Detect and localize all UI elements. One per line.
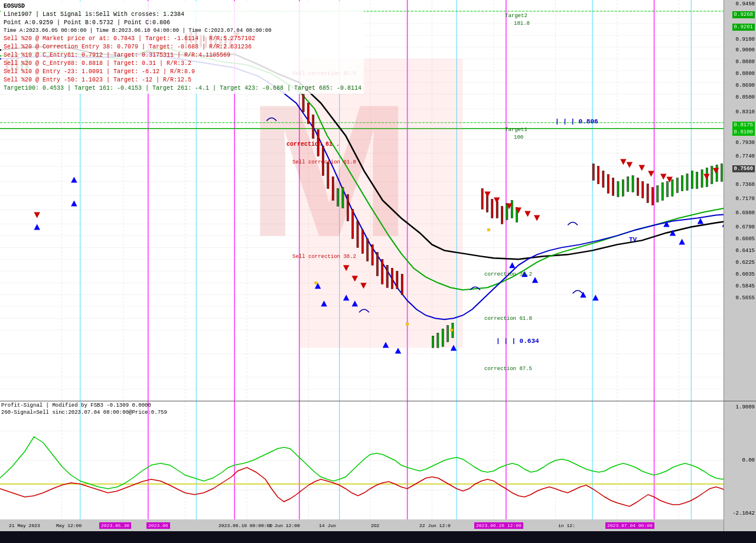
svg-rect-129: [691, 171, 693, 189]
time-label-in12: in 12:: [558, 523, 575, 528]
time-label-0530: 2023.05.30: [99, 522, 131, 529]
price-0.6790: 0.6790: [736, 224, 755, 230]
svg-rect-86: [357, 221, 359, 247]
sell-line-5: Sell %10 @ Entry -23: 1.0091 | Target: -…: [4, 68, 361, 76]
time-label-may12: May 12:00: [56, 523, 82, 528]
svg-rect-82: [337, 189, 339, 207]
svg-rect-80: [327, 162, 329, 189]
price-0.8888: 0.8888: [736, 59, 755, 65]
svg-rect-101: [481, 189, 483, 210]
price-0.8175-highlight: 0.8175: [732, 122, 755, 129]
level-634-label: | | | 0.634: [496, 338, 539, 345]
correction-618-label: correction 61.8: [484, 316, 532, 322]
svg-rect-120: [647, 184, 649, 203]
svg-rect-90: [376, 252, 378, 276]
price-0.7740: 0.7740: [736, 153, 755, 159]
svg-rect-133: [711, 166, 713, 184]
svg-rect-182: [315, 282, 317, 284]
svg-rect-94: [396, 271, 398, 289]
chart-container: M: [0, 0, 756, 543]
price-0.6035: 0.6035: [736, 272, 755, 277]
sell-line-2: Sell %20 @ Correction Entry 38: 0.7079 |…: [4, 43, 361, 51]
svg-rect-85: [352, 209, 354, 238]
svg-rect-103: [491, 199, 493, 218]
svg-rect-130: [696, 172, 698, 189]
svg-rect-84: [347, 195, 348, 221]
svg-rect-135: [721, 164, 722, 182]
price-0.5845: 0.5845: [736, 283, 755, 289]
sell-correction-618: Sell correction 61.8: [292, 159, 356, 165]
price-0.9201: 0.9201: [732, 24, 755, 31]
time-label-202: 2O2: [371, 523, 379, 528]
svg-rect-114: [617, 182, 619, 197]
price-target2-highlight: 0.9268: [732, 11, 755, 18]
sell-line-1: Sell %20 @ Market price or at: 0.7843 | …: [4, 35, 361, 43]
ind-price-3: -2.1042: [732, 511, 755, 516]
time-label-0610: 2023.06.10 00:00:00: [219, 523, 272, 528]
svg-rect-104: [496, 201, 498, 218]
price-0.9100: 0.9100: [736, 37, 755, 42]
svg-rect-109: [592, 164, 594, 181]
price-current: 0.7560: [732, 165, 755, 172]
price-0.9000: 0.9000: [736, 47, 755, 53]
correction-61-label: correction 61 .: [286, 141, 340, 148]
price-0.8500: 0.8500: [736, 94, 755, 100]
time-label-jun22: 22 Jun 12:0: [419, 523, 451, 528]
price-0.8690: 0.8690: [736, 83, 755, 89]
svg-rect-128: [686, 174, 688, 191]
time-axis-corner: [724, 519, 756, 531]
target1-value: 100: [514, 135, 523, 140]
time-label-0626: 2023.06.26 12:00: [474, 522, 523, 529]
ind-price-2: 0.00: [742, 457, 755, 463]
svg-rect-131: [701, 170, 703, 188]
price-0.6415: 0.6415: [736, 248, 755, 254]
svg-rect-75: [302, 94, 304, 112]
times: Time A:2023.06.05 00:00:00 | Time B:2023…: [4, 27, 361, 35]
svg-rect-83: [342, 188, 344, 208]
target1-label: Target1: [505, 127, 527, 133]
price-axis: 0.9450 0.9268 0.9201 0.9100 0.9000 0.888…: [724, 0, 756, 401]
svg-rect-96: [432, 336, 434, 348]
sell-correction-382: Sell correction 38.2: [292, 254, 356, 260]
indicator-price-axis: 1.9009 0.00 -2.1042: [724, 401, 756, 519]
svg-rect-89: [372, 244, 373, 265]
info-panel: EOSUSD Line1907 | Last Signal is:Sell Wi…: [1, 1, 364, 94]
svg-rect-102: [486, 195, 488, 212]
svg-rect-105: [501, 206, 503, 224]
svg-rect-95: [401, 274, 403, 295]
svg-rect-92: [386, 265, 388, 287]
svg-rect-81: [332, 177, 334, 201]
svg-rect-122: [657, 186, 659, 202]
time-axis: 21 May 2023 May 12:00 2023.05.30 2023.06…: [0, 519, 756, 531]
svg-rect-126: [676, 178, 678, 193]
svg-rect-87: [361, 230, 363, 253]
price-0.6980: 0.6980: [736, 210, 755, 216]
svg-rect-107: [511, 201, 513, 218]
svg-rect-111: [602, 171, 604, 188]
svg-rect-117: [632, 176, 634, 192]
svg-rect-127: [682, 176, 683, 191]
symbol-header: EOSUSD: [4, 2, 361, 11]
time-label-jun1: 1 Jun 12:00: [269, 523, 300, 528]
svg-rect-119: [642, 182, 644, 198]
svg-rect-99: [447, 325, 449, 342]
svg-rect-123: [662, 183, 663, 201]
price-0.7360: 0.7360: [736, 182, 755, 188]
correction-875-label: correction 87.5: [484, 366, 532, 372]
line1907: Line1907 | Last Signal is:Sell With cros…: [4, 11, 361, 19]
svg-rect-184: [451, 329, 453, 331]
time-label-may21: 21 May 2023: [9, 523, 40, 528]
sell-line-3: Sell %10 @ C_Entry61: 0.7912 | Target: 0…: [4, 51, 361, 60]
price-0.8310: 0.8310: [736, 109, 755, 115]
svg-rect-113: [612, 178, 614, 196]
price-0.7930: 0.7930: [736, 140, 755, 146]
indicator-signal: 260-Signal=Sell sinc:2023.07.04 08:00:00…: [1, 410, 167, 416]
svg-rect-118: [637, 178, 638, 196]
points: Point A:0.9259 | Point B:0.5732 | Point …: [4, 19, 361, 27]
price-0.9450: 0.9450: [736, 1, 755, 7]
price-0.7170: 0.7170: [736, 196, 755, 202]
svg-rect-183: [406, 323, 409, 325]
svg-rect-77: [312, 115, 314, 139]
sell-line-4: Sell %20 @ C_Entry88: 0.8818 | Target: 0…: [4, 60, 361, 68]
sell-line-6: Sell %20 @ Entry -50: 1.1023 | Target: -…: [4, 76, 361, 84]
